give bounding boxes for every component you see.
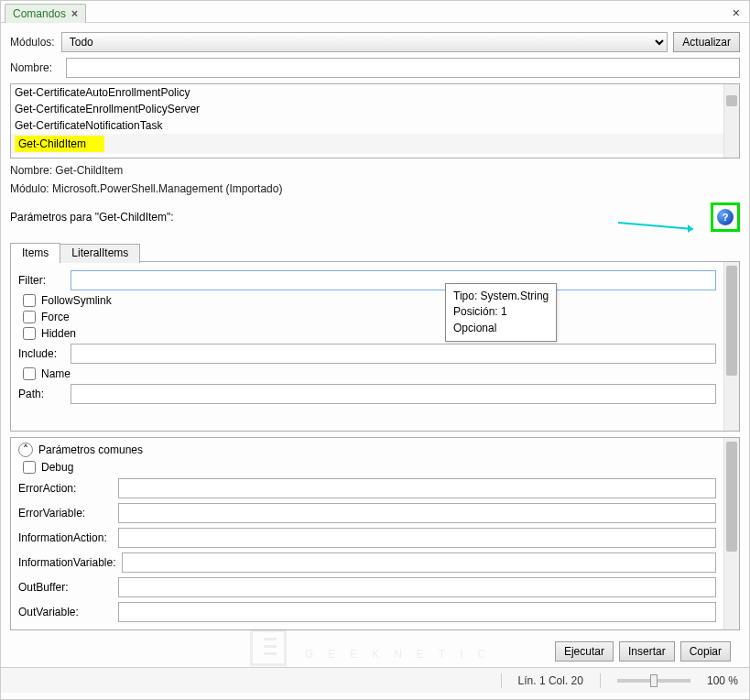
hidden-label: Hidden: [41, 327, 76, 340]
tab-comandos[interactable]: Comandos ×: [5, 4, 86, 23]
chevron-up-icon: ˄: [23, 444, 28, 455]
outvariable-input[interactable]: [118, 602, 716, 622]
list-item[interactable]: Get-CimAssociatedInstance: [11, 154, 723, 158]
include-input[interactable]: [71, 344, 716, 364]
outbuffer-input[interactable]: [118, 577, 716, 597]
scrollbar[interactable]: [723, 438, 739, 629]
path-label: Path:: [18, 388, 65, 400]
filter-input[interactable]: [71, 270, 716, 290]
tab-items[interactable]: Items: [10, 243, 60, 262]
help-button[interactable]: ?: [711, 202, 740, 232]
force-label: Force: [41, 311, 70, 323]
zoom-slider[interactable]: [617, 679, 690, 683]
debug-checkbox[interactable]: [23, 461, 36, 474]
errorvariable-label: ErrorVariable:: [18, 507, 113, 520]
informationvariable-input[interactable]: [122, 552, 717, 573]
informationaction-input[interactable]: [118, 528, 716, 548]
help-icon: ?: [717, 209, 734, 225]
errorvariable-input[interactable]: [118, 503, 716, 523]
close-icon[interactable]: ×: [71, 7, 78, 20]
filter-label: Filter:: [18, 274, 65, 287]
tooltip-line: Tipo: System.String: [453, 289, 549, 304]
params-for-label: Parámetros para "Get-ChildItem":: [10, 211, 174, 224]
tab-bar: Comandos × ×: [1, 1, 749, 23]
modulos-select[interactable]: Todo: [61, 32, 668, 52]
informationaction-label: InformationAction:: [18, 531, 113, 544]
force-checkbox[interactable]: [23, 311, 36, 323]
tooltip: Tipo: System.String Posición: 1 Opcional: [445, 283, 557, 342]
zoom-level: 100 %: [707, 674, 738, 687]
hidden-checkbox[interactable]: [23, 327, 36, 340]
status-bar: Lín. 1 Col. 20 100 %: [1, 667, 749, 693]
nombre-label: Nombre:: [10, 61, 60, 74]
list-item[interactable]: Get-ChildItem: [11, 134, 723, 154]
tooltip-line: Posición: 1: [453, 304, 549, 320]
outvariable-label: OutVariable:: [18, 606, 113, 618]
cursor-position: Lín. 1 Col. 20: [518, 674, 583, 687]
info-modulo: Módulo: Microsoft.PowerShell.Management …: [10, 182, 740, 195]
erroraction-label: ErrorAction:: [18, 482, 113, 495]
tab-literalitems[interactable]: LiteralItems: [60, 244, 140, 263]
common-params-header: Parámetros comunes: [38, 443, 143, 456]
list-item[interactable]: Get-CertificateNotificationTask: [11, 117, 723, 134]
name-label: Name: [41, 367, 71, 380]
list-item[interactable]: Get-CertificateEnrollmentPolicyServer: [11, 101, 723, 117]
tab-label: Comandos: [13, 7, 66, 20]
info-nombre: Nombre: Get-ChildItem: [10, 164, 740, 177]
run-button[interactable]: Ejecutar: [555, 641, 614, 662]
erroraction-input[interactable]: [118, 478, 716, 498]
param-tabs: Items LiteralItems: [10, 242, 740, 262]
insert-button[interactable]: Insertar: [619, 641, 675, 662]
path-input[interactable]: [71, 384, 716, 404]
followsymlink-checkbox[interactable]: [23, 294, 36, 307]
debug-label: Debug: [41, 461, 73, 474]
name-checkbox[interactable]: [23, 367, 36, 380]
include-label: Include:: [18, 347, 65, 360]
panel-close-icon[interactable]: ×: [733, 5, 740, 20]
informationvariable-label: InformationVariable:: [18, 556, 116, 569]
scrollbar[interactable]: [723, 84, 739, 158]
refresh-button[interactable]: Actualizar: [673, 32, 740, 52]
list-item[interactable]: Get-CertificateAutoEnrollmentPolicy: [11, 84, 723, 101]
nombre-input[interactable]: [66, 58, 740, 78]
outbuffer-label: OutBuffer:: [18, 581, 113, 594]
modulos-label: Módulos:: [10, 36, 56, 49]
tooltip-line: Opcional: [453, 321, 549, 336]
collapse-button[interactable]: ˄: [18, 443, 33, 457]
followsymlink-label: FollowSymlink: [41, 294, 112, 307]
scrollbar[interactable]: [723, 262, 739, 431]
copy-button[interactable]: Copiar: [680, 641, 731, 662]
command-list[interactable]: Get-CertificateAutoEnrollmentPolicy Get-…: [10, 83, 740, 159]
